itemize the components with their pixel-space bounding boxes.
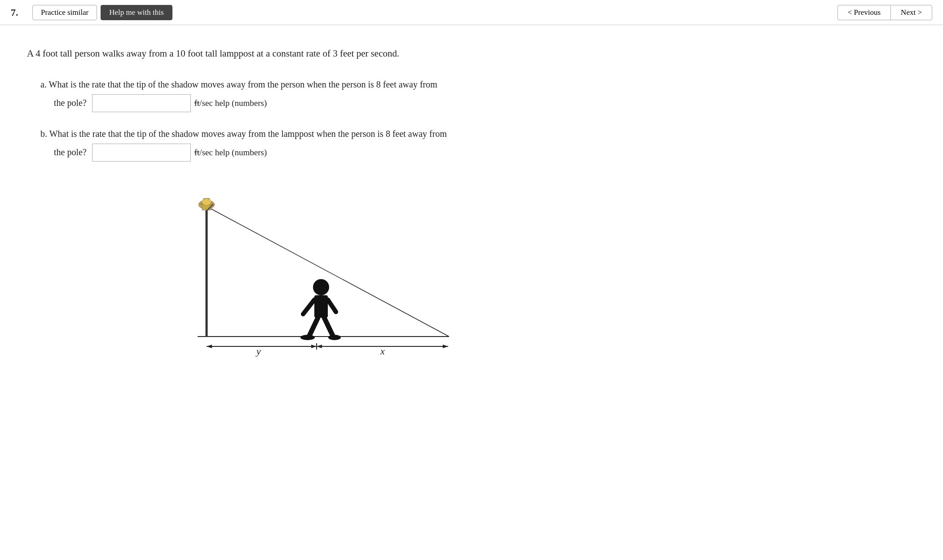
svg-point-15: [328, 335, 341, 340]
svg-marker-21: [317, 345, 322, 348]
problem-statement: A 4 foot tall person walks away from a 1…: [27, 47, 602, 61]
svg-marker-17: [207, 345, 212, 348]
svg-marker-18: [311, 345, 317, 348]
part-a: a. What is the rate that the tip of the …: [40, 77, 602, 112]
part-a-input[interactable]: [95, 98, 192, 108]
svg-line-1: [207, 206, 449, 337]
part-b-pole-label: the pole?: [54, 147, 87, 158]
svg-point-6: [202, 199, 211, 205]
svg-line-13: [324, 318, 333, 337]
part-b-input[interactable]: [95, 148, 192, 157]
svg-line-12: [309, 318, 318, 337]
svg-text:x: x: [380, 346, 385, 357]
help-me-button[interactable]: Help me with this: [101, 5, 172, 20]
shadow-diagram: y x: [171, 179, 458, 359]
main-content: A 4 foot tall person walks away from a 1…: [0, 25, 629, 377]
svg-point-14: [300, 335, 315, 340]
nav-buttons: < Previous Next >: [837, 5, 932, 20]
svg-point-8: [313, 279, 329, 295]
diagram-container: y x: [27, 179, 602, 359]
part-a-unit: ft/sec help (numbers): [194, 98, 267, 108]
previous-button[interactable]: < Previous: [837, 5, 890, 20]
part-b-label: b. What is the rate that the tip of the …: [40, 127, 602, 141]
svg-rect-9: [314, 295, 328, 318]
header: 7. Practice similar Help me with this < …: [0, 0, 943, 25]
part-a-label: a. What is the rate that the tip of the …: [40, 77, 602, 92]
part-b-input-wrap: ✏: [92, 144, 191, 162]
svg-line-10: [303, 300, 314, 314]
part-b: b. What is the rate that the tip of the …: [40, 127, 602, 162]
svg-line-11: [328, 300, 336, 312]
next-button[interactable]: Next >: [890, 5, 932, 20]
part-b-answer-row: the pole? ✏ ft/sec help (numbers): [54, 144, 602, 162]
question-number: 7.: [11, 7, 24, 18]
svg-marker-22: [443, 345, 448, 348]
part-b-unit: ft/sec help (numbers): [194, 148, 267, 158]
part-a-input-wrap: ✏: [92, 94, 191, 112]
svg-text:y: y: [256, 346, 261, 357]
part-a-answer-row: the pole? ✏ ft/sec help (numbers): [54, 94, 602, 112]
practice-similar-button[interactable]: Practice similar: [32, 5, 97, 20]
part-a-pole-label: the pole?: [54, 98, 87, 108]
